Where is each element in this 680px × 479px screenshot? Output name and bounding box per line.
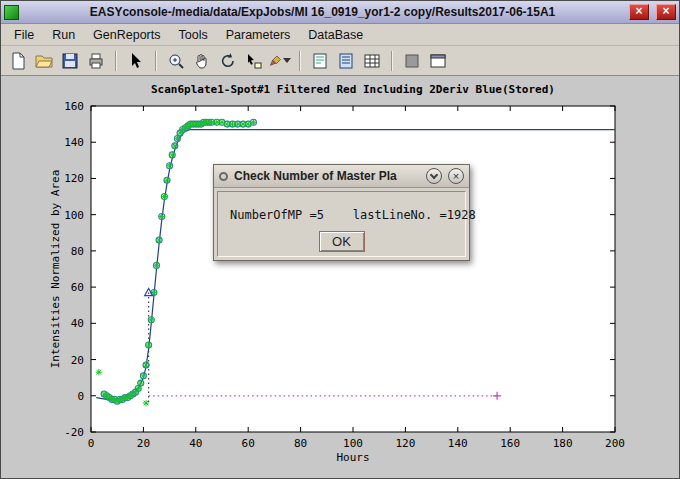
colorbar-button[interactable]: [400, 49, 424, 73]
menu-tools[interactable]: Tools: [170, 26, 217, 44]
menu-file[interactable]: File: [5, 26, 43, 44]
minimize-button[interactable]: ×: [629, 4, 649, 20]
y-tick-label: 20: [71, 354, 84, 367]
y-tick-label: 100: [64, 209, 84, 222]
brush-icon: [269, 52, 282, 70]
dialog-icon: [219, 172, 228, 181]
window-title: EASYconsole-/media/data/ExpJobs/MI 16_09…: [23, 5, 622, 19]
data-cursor-icon: [245, 52, 263, 70]
data-marker: [161, 193, 167, 199]
menu-database[interactable]: DataBase: [299, 26, 372, 44]
app-window: EASYconsole-/media/data/ExpJobs/MI 16_09…: [0, 0, 680, 479]
dialog-titlebar[interactable]: Check Number of Master Pla ×: [214, 165, 469, 188]
chart-title: Scan6plate1-Spot#1 Filtered Red Includin…: [151, 83, 555, 96]
menu-bar: File Run GenReports Tools Parameters Dat…: [1, 24, 679, 46]
rotate-button[interactable]: [216, 49, 240, 73]
toolbar: [1, 46, 679, 76]
data-marker: [143, 362, 149, 368]
x-tick-label: 140: [448, 437, 468, 450]
colorbar-square-icon: [403, 52, 421, 70]
report-icon: [311, 52, 329, 70]
window-titlebar[interactable]: EASYconsole-/media/data/ExpJobs/MI 16_09…: [1, 1, 679, 24]
data-marker: [172, 143, 178, 149]
y-tick-label: -20: [64, 426, 84, 439]
data-marker: [138, 380, 144, 386]
y-tick-label: 120: [64, 172, 84, 185]
data-marker: [140, 373, 146, 379]
open-folder-icon: [35, 52, 53, 70]
x-tick-label: 0: [88, 437, 95, 450]
x-tick-label: 120: [395, 437, 415, 450]
toolbar-separator: [299, 51, 301, 71]
data-marker: [148, 317, 154, 323]
x-tick-label: 100: [343, 437, 363, 450]
pan-button[interactable]: [190, 49, 214, 73]
data-marker: [164, 177, 170, 183]
save-button[interactable]: [58, 49, 82, 73]
close-button[interactable]: ×: [656, 4, 676, 20]
toolbar-separator: [155, 51, 157, 71]
data-marker: [145, 342, 151, 348]
figure-window-icon: [429, 52, 447, 70]
check-master-plates-dialog: Check Number of Master Pla × NumberOfMP …: [213, 164, 470, 261]
menu-run[interactable]: Run: [43, 26, 84, 44]
chevron-down-icon: [283, 58, 291, 63]
figure-window-button[interactable]: [426, 49, 450, 73]
data-cursor-button[interactable]: [242, 49, 266, 73]
x-tick-label: 40: [189, 437, 202, 450]
chevron-down-icon: [430, 170, 438, 178]
y-tick-label: 60: [71, 281, 84, 294]
dialog-close-button[interactable]: ×: [448, 168, 464, 184]
print-button[interactable]: [84, 49, 108, 73]
report-button[interactable]: [308, 49, 332, 73]
save-floppy-icon: [61, 52, 79, 70]
app-icon: [4, 5, 19, 20]
new-button[interactable]: [6, 49, 30, 73]
table-grid-icon: [363, 52, 381, 70]
y-axis-label: Intensities Normalized by Area: [49, 170, 62, 369]
data-marker: [96, 369, 102, 375]
brush-button[interactable]: [268, 49, 292, 73]
x-axis-label: Hours: [336, 451, 369, 464]
toolbar-separator: [391, 51, 393, 71]
x-tick-label: 180: [553, 437, 573, 450]
dialog-collapse-button[interactable]: [426, 168, 442, 184]
y-tick-label: 40: [71, 317, 84, 330]
x-tick-label: 160: [500, 437, 520, 450]
document-icon: [337, 52, 355, 70]
x-tick-label: 20: [137, 437, 150, 450]
dialog-body: NumberOfMP =5 lastLineNo. =1928 OK: [217, 191, 466, 257]
data-marker: [153, 262, 159, 268]
menu-parameters[interactable]: Parameters: [217, 26, 300, 44]
y-tick-label: 160: [64, 100, 84, 113]
data-marker: [250, 119, 256, 125]
x-tick-label: 200: [605, 437, 625, 450]
y-tick-label: 0: [77, 390, 84, 403]
document-button[interactable]: [334, 49, 358, 73]
data-marker: [159, 213, 165, 219]
open-button[interactable]: [32, 49, 56, 73]
ok-button[interactable]: OK: [319, 231, 365, 252]
data-marker: [169, 152, 175, 158]
new-document-icon: [9, 52, 27, 70]
zoom-in-button[interactable]: [164, 49, 188, 73]
x-tick-label: 80: [294, 437, 307, 450]
figure-area[interactable]: 020406080100120140160180200-200204060801…: [1, 76, 679, 478]
menu-genreports[interactable]: GenReports: [84, 26, 169, 44]
pan-hand-icon: [193, 52, 211, 70]
print-icon: [87, 52, 105, 70]
pointer-arrow-icon: [127, 52, 145, 70]
pointer-tool-button[interactable]: [124, 49, 148, 73]
dialog-message: NumberOfMP =5 lastLineNo. =1928: [230, 208, 465, 222]
y-tick-label: 80: [71, 245, 84, 258]
data-marker: [156, 237, 162, 243]
x-tick-label: 60: [242, 437, 255, 450]
toolbar-separator: [115, 51, 117, 71]
y-tick-label: 140: [64, 136, 84, 149]
zoom-in-icon: [167, 52, 185, 70]
rotate-icon: [219, 52, 237, 70]
data-marker: [166, 163, 172, 169]
table-button[interactable]: [360, 49, 384, 73]
data-marker: [143, 400, 149, 406]
dialog-title: Check Number of Master Pla: [234, 169, 420, 183]
